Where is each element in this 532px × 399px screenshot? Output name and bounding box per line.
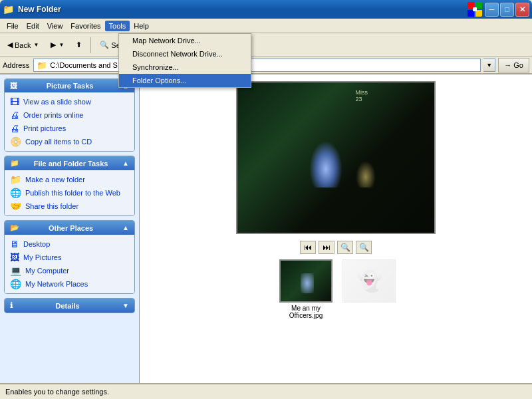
- menu-file[interactable]: File: [3, 21, 23, 31]
- back-button[interactable]: ◀ Back ▼: [3, 38, 43, 52]
- other-places-header[interactable]: 📂 Other Places ▲: [5, 221, 134, 235]
- thumb-placeholder-1: [281, 261, 331, 301]
- close-button[interactable]: ✕: [515, 3, 529, 17]
- synchronize-item[interactable]: Synchronize...: [119, 61, 251, 74]
- address-label: Address: [3, 61, 31, 69]
- share-folder-label: Share this folder: [25, 202, 78, 210]
- my-pictures-icon: 🖼: [10, 252, 19, 263]
- status-text: Enables you to change settings.: [5, 388, 109, 396]
- file-folder-tasks-header[interactable]: 📁 File and Folder Tasks ▲: [5, 156, 134, 170]
- menu-view[interactable]: View: [43, 21, 67, 31]
- address-input[interactable]: 📁 C:\Documents and S: [33, 59, 481, 72]
- prev-button[interactable]: ⏮: [300, 241, 316, 254]
- npc-sprite: [356, 161, 376, 188]
- right-content: Miss23 ⏮ ⏭ 🔍 🔍 Me an my Officers.jpg: [140, 74, 532, 383]
- main-area: 🖼 Picture Tasks ▲ 🎞 View as a slide show…: [0, 74, 532, 383]
- menu-edit[interactable]: Edit: [23, 21, 43, 31]
- thumb-ghost-image: 👻: [342, 259, 396, 303]
- xp-logo: [467, 2, 482, 17]
- desktop-item[interactable]: 🖥 Desktop: [5, 237, 134, 251]
- print-pictures-item[interactable]: 🖨 Print pictures: [5, 122, 134, 135]
- menu-bar: File Edit View Favorites Tools Help: [0, 19, 532, 33]
- menu-help[interactable]: Help: [130, 21, 153, 31]
- minimize-button[interactable]: ─: [485, 3, 499, 17]
- new-folder-icon: 📁: [10, 174, 21, 185]
- folder-options-item[interactable]: Folder Options...: [119, 74, 251, 87]
- menu-tools[interactable]: Tools: [105, 21, 130, 31]
- slide-show-icon: 🎞: [10, 96, 19, 107]
- slide-show-item[interactable]: 🎞 View as a slide show: [5, 95, 134, 108]
- up-button[interactable]: ⬆: [71, 38, 86, 52]
- thumb-char-sprite: [301, 273, 314, 293]
- details-icon: ℹ: [10, 301, 13, 310]
- forward-dropdown-icon: ▼: [59, 42, 64, 48]
- thumb-image-1: [279, 259, 332, 303]
- details-collapse-icon: ▼: [122, 302, 129, 309]
- left-panel: 🖼 Picture Tasks ▲ 🎞 View as a slide show…: [0, 74, 140, 383]
- my-computer-item[interactable]: 💻 My Computer: [5, 264, 134, 277]
- map-network-drive-item[interactable]: Map Network Drive...: [119, 34, 251, 47]
- details-section: ℹ Details ▼: [4, 298, 135, 313]
- thumbnail-1-label: Me an my Officers.jpg: [276, 305, 336, 319]
- zoom-in-button[interactable]: 🔍: [337, 241, 353, 254]
- next-button[interactable]: ⏭: [319, 241, 334, 254]
- order-prints-item[interactable]: 🖨 Order prints online: [5, 108, 134, 122]
- address-dropdown[interactable]: ▼: [483, 59, 495, 72]
- main-image-placeholder: Miss23: [237, 82, 434, 233]
- character-sprite: [309, 141, 342, 188]
- new-folder-item[interactable]: 📁 Make a new folder: [5, 173, 134, 186]
- back-icon: ◀: [7, 41, 13, 49]
- menu-favorites[interactable]: Favorites: [66, 21, 104, 31]
- maximize-button[interactable]: □: [500, 3, 514, 17]
- ghost-icon: 👻: [357, 269, 382, 293]
- disconnect-network-drive-item[interactable]: Disconnect Network Drive...: [119, 47, 251, 61]
- title-buttons: ─ □ ✕: [485, 3, 529, 17]
- my-network-places-item[interactable]: 🌐 My Network Places: [5, 277, 134, 291]
- other-places-icon: 📂: [10, 223, 19, 232]
- details-header[interactable]: ℹ Details ▼: [5, 299, 134, 313]
- file-folder-tasks-title: File and Folder Tasks: [34, 160, 108, 168]
- other-places-title: Other Places: [49, 224, 93, 232]
- desktop-icon: 🖥: [10, 239, 19, 249]
- new-folder-label: Make a new folder: [25, 176, 85, 184]
- picture-tasks-title: Picture Tasks: [47, 82, 94, 90]
- forward-button[interactable]: ▶ ▼: [46, 38, 68, 52]
- share-folder-icon: 🤝: [10, 201, 21, 211]
- back-dropdown-icon: ▼: [33, 42, 39, 48]
- my-computer-label: My Computer: [25, 267, 69, 275]
- print-pictures-label: Print pictures: [23, 124, 66, 132]
- file-folder-tasks-icon: 📁: [10, 159, 19, 168]
- file-folder-tasks-content: 📁 Make a new folder 🌐 Publish this folde…: [5, 170, 134, 215]
- copy-cd-item[interactable]: 📀 Copy all items to CD: [5, 135, 134, 148]
- tools-dropdown-menu: Map Network Drive... Disconnect Network …: [118, 33, 251, 88]
- other-places-section: 📂 Other Places ▲ 🖥 Desktop 🖼 My Pictures…: [4, 220, 135, 294]
- thumbnail-ghost: 👻: [342, 259, 396, 303]
- go-label: Go: [513, 61, 523, 69]
- order-prints-icon: 🖨: [10, 110, 19, 120]
- publish-folder-item[interactable]: 🌐 Publish this folder to the Web: [5, 186, 134, 200]
- thumbnail-1[interactable]: Me an my Officers.jpg: [276, 259, 336, 319]
- my-pictures-label: My Pictures: [23, 253, 61, 261]
- picture-tasks-header[interactable]: 🖼 Picture Tasks ▲: [5, 79, 134, 92]
- other-places-content: 🖥 Desktop 🖼 My Pictures 💻 My Computer 🌐 …: [5, 235, 134, 293]
- title-bar: 📁 New Folder ─ □ ✕: [0, 0, 532, 19]
- up-icon: ⬆: [76, 41, 82, 49]
- thumbnails-row: Me an my Officers.jpg 👻: [276, 259, 396, 319]
- desktop-label: Desktop: [23, 240, 50, 248]
- other-places-collapse-icon: ▲: [122, 224, 129, 231]
- search-icon: 🔍: [100, 41, 109, 49]
- back-label: Back: [15, 41, 31, 49]
- address-folder-icon: 📁: [37, 61, 47, 70]
- my-network-places-label: My Network Places: [25, 280, 88, 288]
- slide-show-label: View as a slide show: [23, 98, 91, 106]
- address-value: C:\Documents and S: [50, 61, 118, 69]
- zoom-out-button[interactable]: 🔍: [356, 241, 372, 254]
- copy-cd-label: Copy all items to CD: [25, 138, 92, 146]
- title-bar-left: 📁 New Folder: [3, 4, 61, 15]
- status-bar: Enables you to change settings.: [0, 383, 532, 399]
- my-pictures-item[interactable]: 🖼 My Pictures: [5, 251, 134, 264]
- go-button[interactable]: → Go: [498, 58, 529, 72]
- share-folder-item[interactable]: 🤝 Share this folder: [5, 200, 134, 213]
- order-prints-label: Order prints online: [23, 111, 84, 119]
- file-folder-tasks-section: 📁 File and Folder Tasks ▲ 📁 Make a new f…: [4, 156, 135, 216]
